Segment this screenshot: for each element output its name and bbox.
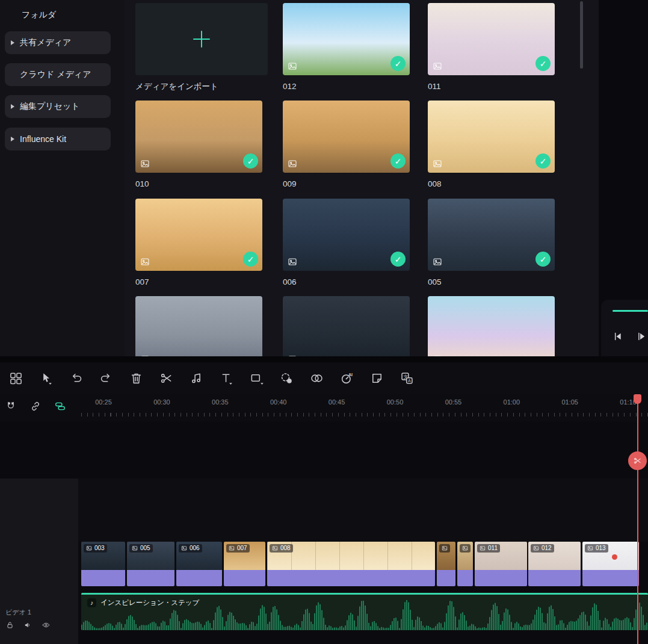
- media-thumbnail[interactable]: [283, 296, 410, 356]
- clip-thumbnail: 013: [582, 542, 639, 570]
- keyframe-dot[interactable]: [612, 554, 617, 560]
- link-icon: [29, 404, 42, 414]
- selected-check-icon[interactable]: ✓: [243, 153, 258, 169]
- selected-check-icon[interactable]: ✓: [535, 252, 551, 267]
- lock-toggle[interactable]: [5, 621, 14, 630]
- expand-arrow-icon: [11, 137, 14, 141]
- magnet-button[interactable]: [5, 400, 17, 412]
- ruler-tick-label: 00:25: [95, 398, 112, 406]
- media-card[interactable]: [428, 296, 555, 356]
- media-card-005[interactable]: ✓005: [428, 199, 555, 286]
- media-card-010[interactable]: ✓010: [135, 101, 262, 188]
- media-thumbnail[interactable]: ✓: [283, 3, 410, 75]
- video-clip-012[interactable]: 012: [528, 542, 581, 586]
- effects-button[interactable]: [304, 367, 330, 390]
- media-thumbnail[interactable]: ✓: [283, 101, 410, 173]
- auto-ripple-button[interactable]: [54, 400, 66, 412]
- media-thumbnail[interactable]: ✓: [283, 199, 410, 271]
- clip-duration-bar: [437, 570, 455, 586]
- audio-button[interactable]: [184, 367, 209, 390]
- video-clip-013[interactable]: 013: [582, 542, 639, 586]
- selected-check-icon[interactable]: ✓: [390, 252, 406, 267]
- delete-button[interactable]: [123, 367, 149, 390]
- clip-duration-bar: [528, 570, 581, 586]
- playhead-handle[interactable]: [634, 394, 641, 404]
- eye-toggle[interactable]: [42, 621, 51, 630]
- media-card-012[interactable]: ✓012: [283, 3, 410, 91]
- previous-frame-button[interactable]: [612, 330, 625, 343]
- translate-button[interactable]: 文A: [394, 367, 420, 390]
- import-media-tile[interactable]: [135, 3, 268, 75]
- media-thumbnail[interactable]: ✓: [135, 101, 262, 173]
- mask-button[interactable]: [274, 367, 300, 390]
- shapes-button[interactable]: [244, 367, 270, 390]
- eye-icon: [42, 621, 51, 631]
- audio-clip[interactable]: ♪ インスピレーション・ステップ: [81, 593, 648, 630]
- select-button[interactable]: [33, 367, 59, 390]
- media-thumbnail[interactable]: ✓: [428, 3, 555, 75]
- media-layout-button[interactable]: [3, 367, 29, 390]
- expand-arrow-icon: [11, 40, 14, 45]
- selected-check-icon[interactable]: ✓: [535, 56, 551, 71]
- selected-check-icon[interactable]: ✓: [390, 153, 406, 169]
- media-thumbnail[interactable]: [428, 296, 555, 356]
- media-thumbnail[interactable]: [135, 296, 262, 356]
- media-thumbnail[interactable]: ✓: [135, 199, 262, 271]
- ai-speed-button[interactable]: AI: [334, 367, 360, 390]
- sidebar-item-0[interactable]: フォルダ: [5, 4, 111, 26]
- delete-icon: [129, 371, 143, 385]
- speaker-toggle[interactable]: [23, 621, 32, 630]
- media-card[interactable]: [283, 296, 410, 356]
- selected-check-icon[interactable]: ✓: [243, 252, 258, 267]
- video-editor-app: フォルダ共有メディアクラウド メディア編集プリセットInfluence Kit …: [0, 0, 648, 644]
- media-card[interactable]: [135, 296, 262, 356]
- split-button[interactable]: [153, 367, 179, 390]
- preview-progress-bar[interactable]: [613, 310, 648, 312]
- video-clip-003[interactable]: 003: [81, 542, 125, 586]
- media-card-label: 007: [135, 277, 262, 286]
- media-thumbnail[interactable]: ✓: [428, 101, 555, 173]
- media-card-008[interactable]: ✓008: [428, 101, 555, 188]
- media-card-007[interactable]: ✓007: [135, 199, 262, 286]
- media-card-label: 010: [135, 179, 262, 188]
- clip-label: 006: [179, 544, 202, 553]
- sticker-button[interactable]: [364, 367, 390, 390]
- clip-thumbnail: 007: [224, 542, 265, 570]
- clip-label: 005: [129, 544, 153, 553]
- media-card-009[interactable]: ✓009: [283, 101, 410, 188]
- undo-icon: [69, 371, 83, 385]
- timeline-ruler[interactable]: 00:2500:3000:3500:4000:4500:5000:5501:00…: [0, 394, 648, 421]
- sidebar-item-3[interactable]: 編集プリセット: [5, 95, 111, 118]
- video-clip[interactable]: [457, 542, 473, 586]
- selected-check-icon[interactable]: ✓: [535, 153, 551, 169]
- text-button[interactable]: [214, 367, 239, 390]
- playhead-line[interactable]: [637, 395, 638, 644]
- sidebar-item-1[interactable]: 共有メディア: [5, 31, 111, 54]
- video-clip-011[interactable]: 011: [475, 542, 527, 586]
- image-icon: [288, 257, 297, 267]
- media-thumbnail[interactable]: ✓: [428, 199, 555, 271]
- image-icon: [433, 355, 442, 356]
- magnet-icon: [5, 404, 17, 414]
- scrollbar-thumb[interactable]: [580, 1, 583, 69]
- svg-text:AI: AI: [348, 373, 353, 377]
- redo-button[interactable]: [93, 367, 119, 390]
- video-clip-007[interactable]: 007: [224, 542, 265, 586]
- playhead-split-button[interactable]: [628, 451, 647, 470]
- sidebar-item-2[interactable]: クラウド メディア: [5, 63, 111, 86]
- video-clip[interactable]: [437, 542, 455, 586]
- video-clip-008[interactable]: 008: [267, 542, 435, 586]
- video-clip-005[interactable]: 005: [127, 542, 174, 586]
- link-button[interactable]: [29, 400, 42, 412]
- undo-button[interactable]: [63, 367, 89, 390]
- selected-check-icon[interactable]: ✓: [390, 56, 406, 71]
- sidebar-item-label: フォルダ: [22, 10, 56, 20]
- image-icon: [433, 257, 442, 267]
- ai-speed-icon: AI: [340, 371, 354, 385]
- ruler-tick-label: 00:40: [270, 398, 287, 406]
- video-clip-006[interactable]: 006: [176, 542, 222, 586]
- next-frame-button[interactable]: [635, 330, 648, 343]
- sidebar-item-4[interactable]: Influence Kit: [5, 128, 111, 150]
- media-card-006[interactable]: ✓006: [283, 199, 410, 286]
- media-card-011[interactable]: ✓011: [428, 3, 555, 91]
